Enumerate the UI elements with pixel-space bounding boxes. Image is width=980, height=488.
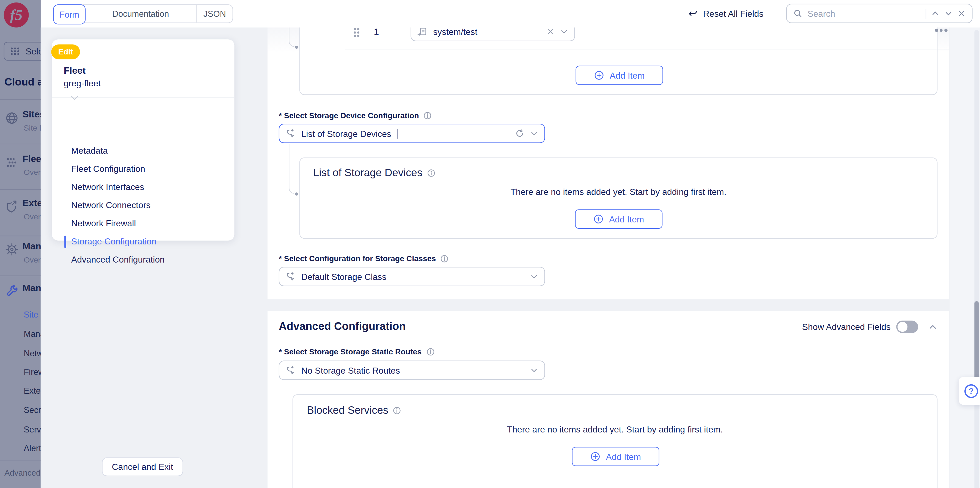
wrench-icon xyxy=(5,284,19,298)
refresh-icon[interactable] xyxy=(515,129,524,138)
search-input[interactable]: Search xyxy=(786,4,972,23)
info-icon[interactable] xyxy=(427,169,436,178)
rail-link-1[interactable]: Mana xyxy=(24,329,40,339)
helm-icon xyxy=(5,243,19,256)
reset-all-fields-button[interactable]: Reset All Fields xyxy=(687,0,763,27)
row-menu-icon[interactable] xyxy=(935,29,947,32)
storage-device-config-value: List of Storage Devices xyxy=(301,129,391,138)
show-advanced-fields-label: Show Advanced Fields xyxy=(802,322,891,332)
rail-item-fleets[interactable]: Flee xyxy=(22,153,41,164)
shield-arrow-icon xyxy=(5,200,19,214)
active-nav-indicator xyxy=(64,235,66,248)
rail-divider xyxy=(0,461,41,461)
panel-nav-fleet-configuration[interactable]: Fleet Configuration xyxy=(71,164,145,174)
collapse-chevron-up-icon[interactable] xyxy=(928,323,937,332)
rail-link-2[interactable]: Netw xyxy=(24,349,40,358)
fleet-edit-panel: Edit Fleet greg-fleet Metadata Fleet Con… xyxy=(52,39,235,240)
drag-handle[interactable] xyxy=(353,27,361,38)
info-icon[interactable] xyxy=(423,111,432,120)
tree-connector-dot xyxy=(295,192,298,195)
add-item-button[interactable]: Add Item xyxy=(572,447,659,466)
interfaces-list-card: 1 system/test xyxy=(299,20,938,95)
logo-strip: f5 xyxy=(0,0,41,27)
static-routes-label: * Select Storage Storage Static Routes xyxy=(279,348,435,356)
search-icon xyxy=(793,9,802,18)
globe-icon xyxy=(5,111,19,125)
rail-item-managed-k8s[interactable]: Man xyxy=(22,240,41,251)
info-icon[interactable] xyxy=(426,348,435,356)
cancel-and-exit-button[interactable]: Cancel and Exit xyxy=(102,458,183,476)
search-prev-icon[interactable] xyxy=(931,10,940,17)
rail-advanced-label[interactable]: Advanced xyxy=(5,468,40,477)
question-mark-icon: ? xyxy=(964,384,978,398)
list-row-select-value: system/test xyxy=(433,27,541,37)
rail-link-6[interactable]: Servi xyxy=(24,425,40,434)
search-next-icon[interactable] xyxy=(944,10,953,17)
rail-divider xyxy=(0,275,41,276)
reference-doc-icon xyxy=(417,27,427,37)
add-item-button[interactable]: Add Item xyxy=(575,209,662,229)
tab-documentation[interactable]: Documentation xyxy=(85,5,196,22)
edit-badge: Edit xyxy=(51,44,80,59)
info-icon[interactable] xyxy=(393,406,401,415)
add-item-label: Add Item xyxy=(606,451,641,461)
static-routes-select[interactable]: No Storage Static Routes xyxy=(279,361,545,380)
tab-json[interactable]: JSON xyxy=(196,5,232,22)
show-advanced-fields-toggle[interactable] xyxy=(896,321,918,333)
rail-divider xyxy=(0,99,41,100)
rail-link-site-list[interactable]: Site I xyxy=(24,310,40,319)
search-close-icon[interactable] xyxy=(958,10,966,17)
rail-item-sites[interactable]: Sites xyxy=(22,109,41,119)
rail-section-title: Cloud a xyxy=(5,76,41,89)
fleet-dots-icon xyxy=(5,156,19,169)
chevron-down-icon[interactable] xyxy=(560,27,568,36)
storage-device-config-label-text: * Select Storage Device Configuration xyxy=(279,111,419,120)
rail-item-manage[interactable]: Man xyxy=(22,282,41,293)
f5-logo-icon[interactable]: f5 xyxy=(4,3,29,27)
panel-nav-network-connectors[interactable]: Network Connectors xyxy=(71,200,150,210)
rail-link-4[interactable]: Exter xyxy=(24,386,40,396)
rail-link-5[interactable]: Secre xyxy=(24,405,40,415)
storage-classes-label-text: * Select Configuration for Storage Class… xyxy=(279,254,436,263)
blocked-services-card: Blocked Services There are no items adde… xyxy=(293,394,938,488)
panel-nav-metadata[interactable]: Metadata xyxy=(71,146,108,156)
tab-form[interactable]: Form xyxy=(53,5,86,24)
clear-icon[interactable] xyxy=(546,27,555,36)
storage-devices-card-title: List of Storage Devices xyxy=(313,167,422,179)
chevron-down-icon[interactable] xyxy=(530,129,538,138)
storage-device-config-select[interactable]: List of Storage Devices xyxy=(279,124,545,143)
empty-state-text: There are no items added yet. Start by a… xyxy=(300,187,937,197)
panel-nav-network-interfaces[interactable]: Network Interfaces xyxy=(71,182,144,192)
grid-icon xyxy=(10,46,21,57)
tree-connector xyxy=(289,27,294,47)
info-icon[interactable] xyxy=(440,254,449,263)
search-divider xyxy=(926,8,926,18)
panel-nav-advanced-configuration[interactable]: Advanced Configuration xyxy=(71,254,165,264)
add-item-button[interactable]: Add Item xyxy=(576,66,663,85)
storage-classes-select[interactable]: Default Storage Class xyxy=(279,267,545,286)
select-service-label: Sele xyxy=(25,46,41,56)
rail-item-fleets-sub: Overv xyxy=(24,168,40,177)
panel-nav-network-firewall[interactable]: Network Firewall xyxy=(71,218,136,228)
rail-divider xyxy=(0,189,41,190)
panel-divider xyxy=(52,97,235,97)
help-button[interactable]: ? xyxy=(959,377,980,405)
screen: f5 Form Documentation JSON Reset All Fie… xyxy=(0,0,980,488)
view-tabs: Form Documentation JSON xyxy=(53,5,233,23)
chevron-down-icon[interactable] xyxy=(530,366,538,374)
scrollbar-track[interactable] xyxy=(975,30,979,488)
panel-object-name: greg-fleet xyxy=(64,78,101,88)
blocked-services-card-title: Blocked Services xyxy=(307,404,388,417)
chevron-down-icon[interactable] xyxy=(530,272,538,281)
storage-classes-value: Default Storage Class xyxy=(301,272,524,281)
panel-nav-storage-configuration[interactable]: Storage Configuration xyxy=(71,236,156,246)
advanced-configuration-section: Advanced Configuration Show Advanced Fie… xyxy=(267,311,949,488)
chevron-down-icon[interactable] xyxy=(71,96,79,101)
tree-connector-dot xyxy=(295,45,298,48)
advanced-configuration-title: Advanced Configuration xyxy=(279,320,406,333)
select-service-button[interactable]: Sele xyxy=(4,42,41,60)
rail-link-3[interactable]: Firew xyxy=(24,367,40,377)
rail-item-external[interactable]: Exte xyxy=(22,197,41,208)
rail-link-7[interactable]: Alert xyxy=(24,444,40,453)
tree-connector xyxy=(289,144,294,194)
